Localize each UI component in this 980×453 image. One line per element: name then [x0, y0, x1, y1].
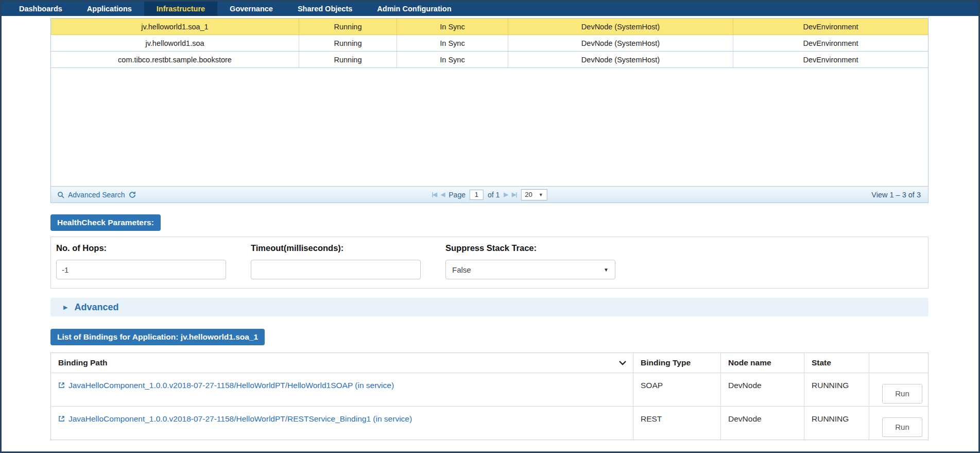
page-of-label: of 1 [488, 191, 500, 199]
chevron-down-icon: ▼ [604, 267, 609, 273]
hops-input[interactable] [56, 260, 226, 279]
advanced-label: Advanced [74, 302, 118, 313]
bindings-list-title: List of Bindings for Application: jv.hel… [50, 329, 265, 345]
table-row-selected[interactable]: jv.helloworld1.soa_1 Running In Sync Dev… [51, 19, 928, 35]
binding-node: DevNode [720, 373, 804, 406]
top-navigation: Dashboards Applications Infrastructure G… [2, 2, 978, 16]
app-name: com.tibco.restbt.sample.bookstore [51, 52, 299, 68]
app-sync-state: In Sync [397, 19, 508, 35]
header-binding-type: Binding Type [633, 353, 720, 373]
suppress-stack-trace-select[interactable]: False ▼ [445, 260, 615, 279]
app-sync-state: In Sync [397, 35, 508, 51]
binding-path-header-label: Binding Path [58, 358, 108, 367]
binding-path-cell: JavaHelloComponent_1.0.0.v2018-07-27-115… [51, 407, 633, 440]
selected-option: False [452, 265, 471, 274]
app-sync-state: In Sync [397, 52, 508, 68]
header-actions [869, 353, 928, 373]
nav-admin-configuration[interactable]: Admin Configuration [365, 2, 463, 16]
suppress-stack-trace-field: Suppress Stack Trace: False ▼ [445, 243, 615, 279]
view-range-label: View 1 – 3 of 3 [871, 191, 921, 199]
run-button[interactable]: Run [882, 384, 922, 404]
table-empty-area [51, 68, 928, 186]
first-page-icon[interactable]: |◀ [432, 191, 437, 198]
app-environment: DevEnvironment [733, 52, 928, 68]
hops-label: No. of Hops: [56, 243, 226, 253]
timeout-input[interactable] [251, 260, 421, 279]
timeout-field: Timeout(milliseconds): [251, 243, 421, 279]
binding-state: RUNNING [804, 373, 869, 406]
nav-infrastructure[interactable]: Infrastructure [144, 2, 217, 16]
page-content: jv.helloworld1.soa_1 Running In Sync Dev… [50, 18, 929, 440]
app-environment: DevEnvironment [733, 19, 928, 35]
header-binding-path[interactable]: Binding Path [51, 353, 633, 373]
table-row[interactable]: jv.helloworld1.soa Running In Sync DevNo… [51, 35, 928, 52]
advanced-search[interactable]: Advanced Search [57, 191, 136, 199]
refresh-icon[interactable] [129, 191, 136, 198]
app-name: jv.helloworld1.soa [51, 35, 299, 51]
nav-dashboards[interactable]: Dashboards [7, 2, 75, 16]
advanced-expander[interactable]: ▶ Advanced [50, 298, 929, 316]
chevron-down-icon[interactable] [618, 360, 627, 365]
binding-path-link[interactable]: JavaHelloComponent_1.0.0.v2018-07-27-115… [68, 414, 412, 424]
binding-row: JavaHelloComponent_1.0.0.v2018-07-27-115… [51, 373, 928, 406]
binding-path-cell: JavaHelloComponent_1.0.0.v2018-07-27-115… [51, 373, 633, 406]
binding-path-link[interactable]: JavaHelloComponent_1.0.0.v2018-07-27-115… [68, 381, 394, 390]
healthcheck-form: No. of Hops: Timeout(milliseconds): Supp… [50, 237, 929, 289]
hops-field: No. of Hops: [56, 243, 226, 279]
healthcheck-parameters-title: HealthCheck Parameters: [50, 214, 161, 231]
app-window: Dashboards Applications Infrastructure G… [0, 0, 980, 453]
last-page-icon[interactable]: ▶| [512, 191, 517, 198]
header-node-name: Node name [720, 353, 804, 373]
app-status: Running [299, 52, 397, 68]
page-number-input[interactable] [470, 190, 484, 200]
timeout-label: Timeout(milliseconds): [251, 243, 421, 253]
binding-row: JavaHelloComponent_1.0.0.v2018-07-27-115… [51, 406, 928, 440]
nav-governance[interactable]: Governance [217, 2, 285, 16]
binding-run-cell: Run [869, 407, 928, 440]
advanced-search-label: Advanced Search [68, 191, 125, 199]
suppress-stack-trace-label: Suppress Stack Trace: [445, 243, 615, 253]
previous-page-icon[interactable]: ◀ [441, 191, 444, 198]
app-status: Running [299, 35, 397, 51]
app-environment: DevEnvironment [733, 35, 928, 51]
chevron-down-icon: ▼ [539, 192, 543, 197]
pager-bar: Advanced Search |◀ ◀ Page of 1 ▶ ▶| 20 ▼ [51, 186, 928, 203]
nav-shared-objects[interactable]: Shared Objects [285, 2, 365, 16]
app-node: DevNode (SystemHost) [508, 19, 733, 35]
next-page-icon[interactable]: ▶ [504, 191, 507, 198]
app-name: jv.helloworld1.soa_1 [51, 19, 299, 35]
bindings-table-header: Binding Path Binding Type Node name Stat… [51, 353, 928, 373]
page-label: Page [449, 191, 466, 199]
nav-applications[interactable]: Applications [75, 2, 144, 16]
applications-table: jv.helloworld1.soa_1 Running In Sync Dev… [50, 18, 929, 203]
header-state: State [804, 353, 869, 373]
table-row[interactable]: com.tibco.restbt.sample.bookstore Runnin… [51, 52, 928, 68]
binding-type: SOAP [633, 373, 720, 406]
binding-node: DevNode [720, 407, 804, 440]
external-link-icon [58, 382, 65, 389]
binding-state: RUNNING [804, 407, 869, 440]
pagination-controls: |◀ ◀ Page of 1 ▶ ▶| 20 ▼ [432, 189, 547, 200]
page-size-value: 20 [525, 191, 532, 198]
binding-run-cell: Run [869, 373, 928, 406]
bindings-table: Binding Path Binding Type Node name Stat… [50, 353, 929, 440]
run-button[interactable]: Run [882, 417, 922, 437]
app-node: DevNode (SystemHost) [508, 35, 733, 51]
caret-right-icon: ▶ [63, 304, 67, 311]
page-size-select[interactable]: 20 ▼ [521, 189, 547, 200]
app-node: DevNode (SystemHost) [508, 52, 733, 68]
search-icon [57, 191, 64, 198]
external-link-icon [58, 415, 65, 422]
binding-type: REST [633, 407, 720, 440]
app-status: Running [299, 19, 397, 35]
